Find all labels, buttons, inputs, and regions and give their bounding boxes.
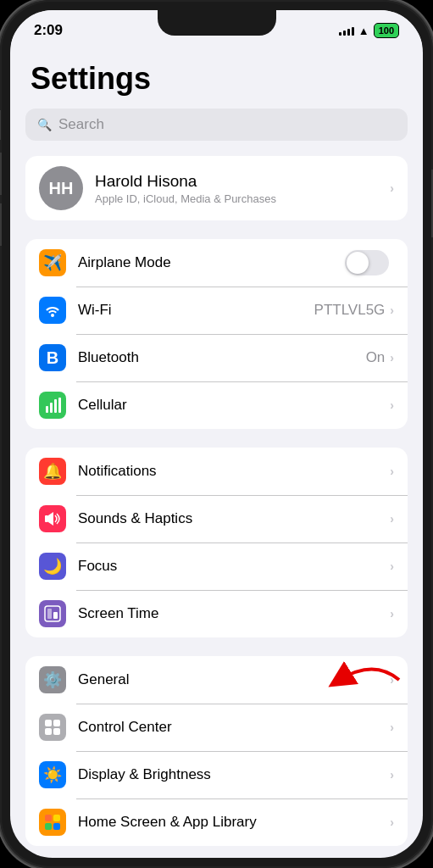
display-label: Display & Brightness xyxy=(78,766,390,783)
bluetooth-icon: B xyxy=(39,344,66,371)
display-chevron: › xyxy=(390,768,394,782)
sounds-chevron: › xyxy=(390,512,394,526)
notifications-chevron: › xyxy=(390,465,394,478)
svg-rect-1 xyxy=(50,403,53,413)
phone-frame: 2:09 ▲ 100 Settings 🔍 Sear xyxy=(0,0,433,868)
display-row[interactable]: ☀️ Display & Brightness › xyxy=(25,751,408,798)
toggle-thumb xyxy=(347,252,369,274)
homescreen-row[interactable]: Home Screen & App Library › xyxy=(25,798,408,846)
controlcenter-label: Control Center xyxy=(78,719,390,736)
silent-switch[interactable] xyxy=(0,110,1,140)
wifi-status-icon: ▲ xyxy=(358,25,369,37)
bluetooth-row[interactable]: B Bluetooth On › xyxy=(25,334,408,381)
svg-rect-12 xyxy=(53,728,60,735)
svg-rect-11 xyxy=(45,728,52,735)
bluetooth-chevron: › xyxy=(390,351,394,364)
profile-subtitle: Apple ID, iCloud, Media & Purchases xyxy=(95,192,390,205)
general-chevron: › xyxy=(390,673,394,687)
profile-chevron: › xyxy=(390,181,394,195)
battery-indicator: 100 xyxy=(374,23,399,38)
bluetooth-label: Bluetooth xyxy=(78,349,366,366)
cellular-chevron: › xyxy=(390,398,394,412)
focus-row[interactable]: 🌙 Focus › xyxy=(25,542,408,590)
controlcenter-row[interactable]: Control Center › xyxy=(25,704,408,751)
profile-name: Harold Hisona xyxy=(95,172,390,191)
airplane-label: Airplane Mode xyxy=(78,254,345,271)
phone-screen: 2:09 ▲ 100 Settings 🔍 Sear xyxy=(10,10,423,858)
cellular-row[interactable]: Cellular › xyxy=(25,381,408,429)
screentime-label: Screen Time xyxy=(78,605,390,622)
notifications-row[interactable]: 🔔 Notifications › xyxy=(25,448,408,495)
cellular-icon xyxy=(39,392,66,419)
wifi-label: Wi-Fi xyxy=(78,302,314,319)
sounds-label: Sounds & Haptics xyxy=(78,510,390,527)
profile-group: HH Harold Hisona Apple ID, iCloud, Media… xyxy=(25,156,408,220)
general-row[interactable]: ⚙️ General › xyxy=(25,656,408,704)
profile-info: Harold Hisona Apple ID, iCloud, Media & … xyxy=(95,172,390,205)
avatar: HH xyxy=(39,166,83,210)
controlcenter-chevron: › xyxy=(390,721,394,734)
svg-rect-15 xyxy=(45,823,52,830)
status-time: 2:09 xyxy=(34,22,63,39)
search-bar[interactable]: 🔍 Search xyxy=(25,108,408,141)
svg-rect-2 xyxy=(54,399,57,413)
svg-rect-4 xyxy=(45,515,48,522)
airplane-toggle[interactable] xyxy=(345,250,389,275)
volume-up-button[interactable] xyxy=(0,153,2,195)
bluetooth-value: On xyxy=(366,349,386,366)
status-icons: ▲ 100 xyxy=(339,23,399,38)
svg-rect-16 xyxy=(53,823,60,830)
airplane-mode-row[interactable]: ✈️ Airplane Mode xyxy=(25,239,408,287)
screentime-chevron: › xyxy=(390,607,394,620)
svg-rect-5 xyxy=(45,606,60,621)
screen-content[interactable]: Settings 🔍 Search HH Harold Hisona Apple… xyxy=(10,44,423,849)
screentime-row[interactable]: Screen Time › xyxy=(25,590,408,637)
svg-rect-0 xyxy=(46,406,48,413)
focus-label: Focus xyxy=(78,558,390,575)
profile-row[interactable]: HH Harold Hisona Apple ID, iCloud, Media… xyxy=(25,156,408,220)
notifications-icon: 🔔 xyxy=(39,458,66,485)
svg-rect-13 xyxy=(45,815,52,821)
signal-icon xyxy=(339,25,354,36)
general-icon: ⚙️ xyxy=(39,666,66,693)
sounds-row[interactable]: Sounds & Haptics › xyxy=(25,495,408,542)
wifi-icon-row xyxy=(39,297,66,324)
page-title: Settings xyxy=(10,44,423,105)
volume-down-button[interactable] xyxy=(0,203,2,246)
notch xyxy=(158,10,276,36)
airplane-icon: ✈️ xyxy=(39,249,66,276)
notifications-group: 🔔 Notifications › Sounds & Haptic xyxy=(25,448,408,637)
homescreen-icon xyxy=(39,809,66,836)
svg-rect-14 xyxy=(53,815,60,821)
homescreen-chevron: › xyxy=(390,815,394,829)
wifi-value: PTTLVL5G xyxy=(314,302,386,319)
cellular-label: Cellular xyxy=(78,397,390,414)
svg-rect-3 xyxy=(58,398,61,413)
svg-rect-7 xyxy=(53,612,58,619)
svg-rect-9 xyxy=(45,720,52,726)
wifi-row[interactable]: Wi-Fi PTTLVL5G › xyxy=(25,287,408,334)
controlcenter-icon xyxy=(39,714,66,741)
display-icon: ☀️ xyxy=(39,761,66,788)
notifications-label: Notifications xyxy=(78,463,390,480)
screentime-icon xyxy=(39,600,66,627)
wifi-chevron: › xyxy=(390,303,394,317)
svg-rect-6 xyxy=(47,609,52,619)
connectivity-group: ✈️ Airplane Mode Wi-Fi PTTLVL5G › xyxy=(25,239,408,429)
svg-rect-10 xyxy=(53,720,60,726)
search-icon: 🔍 xyxy=(37,118,52,131)
focus-chevron: › xyxy=(390,559,394,573)
general-label: General xyxy=(78,671,390,688)
focus-icon: 🌙 xyxy=(39,553,66,580)
system-group: ⚙️ General › xyxy=(25,656,408,846)
homescreen-label: Home Screen & App Library xyxy=(78,814,390,831)
sounds-icon xyxy=(39,505,66,532)
search-placeholder: Search xyxy=(58,116,104,133)
